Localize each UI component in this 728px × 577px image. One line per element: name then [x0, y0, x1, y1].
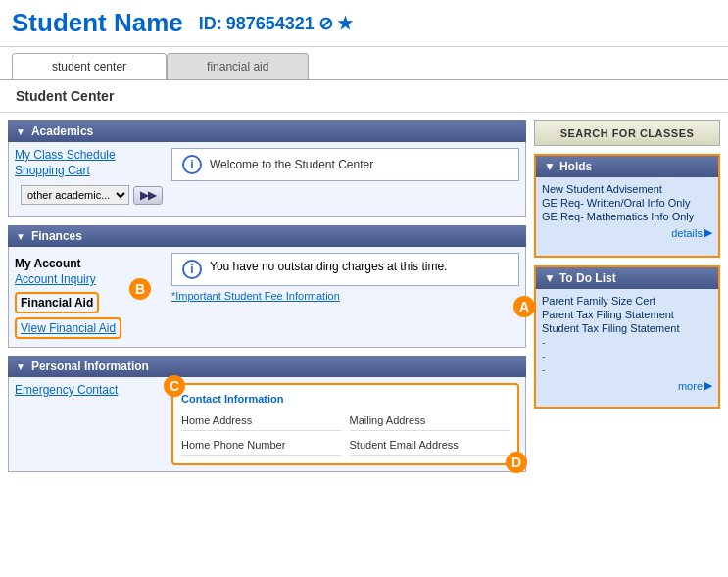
finances-arrow: ▼: [16, 231, 25, 242]
academics-left: My Class Schedule Shopping Cart other ac…: [9, 142, 166, 216]
holds-item-3: GE Req- Mathematics Info Only: [542, 211, 712, 222]
todo-dash-2: -: [542, 350, 712, 361]
finances-left: My Account Account Inquiry Financial Aid…: [9, 247, 166, 347]
holds-header: ▼ Holds: [536, 156, 718, 177]
holds-section: ▼ Holds New Student Advisement GE Req- W…: [534, 154, 720, 258]
todo-title: To Do List: [559, 271, 616, 285]
todo-dash-3: -: [542, 363, 712, 375]
personal-arrow: ▼: [16, 361, 25, 372]
academics-body: My Class Schedule Shopping Cart other ac…: [8, 142, 526, 217]
academics-arrow: ▼: [16, 126, 25, 137]
academics-right: i Welcome to the Student Center: [166, 142, 525, 187]
todo-arrow: ▼: [544, 271, 556, 285]
my-account-label: My Account: [15, 257, 160, 270]
student-id-value: 987654321: [226, 14, 315, 33]
holds-item-1: New Student Advisement: [542, 183, 712, 195]
welcome-message: Welcome to the Student Center: [210, 158, 373, 171]
todo-dash-1: -: [542, 336, 712, 348]
todo-header: ▼ To Do List: [536, 267, 718, 289]
header: Student Name ID: 987654321⊘★: [0, 0, 728, 47]
home-phone-label: Home Phone Number: [181, 435, 342, 456]
annotation-a: A: [513, 296, 535, 317]
no-charges-box: i You have no outstanding charges at thi…: [171, 253, 519, 286]
todo-body: Parent Family Size Cert Parent Tax Filin…: [536, 289, 718, 407]
info-icon: i: [182, 155, 202, 174]
other-academic-dropdown[interactable]: other academic...: [21, 185, 129, 205]
more-label: more: [678, 380, 703, 392]
contact-info-title: Contact Information: [181, 393, 510, 405]
tab-financial-aid[interactable]: financial aid: [167, 53, 309, 79]
finances-body: My Account Account Inquiry Financial Aid…: [8, 247, 526, 348]
personal-body: Emergency Contact Contact Information Ho…: [8, 377, 526, 472]
holds-item-2: GE Req- Written/Oral Info Only: [542, 197, 712, 209]
annotation-d: D: [506, 452, 527, 473]
student-id-container: ID: 987654321⊘★: [199, 13, 353, 34]
id-label: ID:: [199, 14, 222, 33]
financial-aid-label: Financial Aid: [15, 292, 99, 313]
student-name: Student Name: [12, 8, 183, 38]
finances-title: Finances: [31, 229, 82, 243]
todo-item-1: Parent Family Size Cert: [542, 295, 712, 307]
page-title: Student Center: [0, 80, 728, 113]
shopping-cart-link[interactable]: Shopping Cart: [15, 164, 160, 177]
view-financial-aid-link[interactable]: View Financial Aid: [15, 317, 121, 339]
finance-info-row: i You have no outstanding charges at thi…: [182, 260, 509, 279]
finances-right: i You have no outstanding charges at thi…: [166, 247, 525, 308]
details-label: details: [671, 227, 703, 239]
mailing-address-label: Mailing Address: [350, 410, 510, 431]
holds-body: New Student Advisement GE Req- Written/O…: [536, 177, 718, 256]
academics-header: ▼ Academics: [8, 120, 526, 142]
left-column: ▼ Academics My Class Schedule Shopping C…: [8, 120, 526, 480]
welcome-info-box: i Welcome to the Student Center: [171, 148, 519, 181]
fee-info-link[interactable]: *Important Student Fee Information: [171, 290, 519, 302]
contact-grid: Home Address Mailing Address Home Phone …: [181, 410, 510, 456]
my-class-schedule-link[interactable]: My Class Schedule: [15, 148, 160, 162]
finances-header: ▼ Finances: [8, 225, 526, 247]
info-icon-2: i: [182, 260, 202, 279]
no-charges-message: You have no outstanding charges at this …: [210, 260, 447, 273]
search-for-classes-button[interactable]: Search For Classes: [534, 120, 720, 146]
annotation-c: C: [164, 375, 185, 397]
more-link[interactable]: more ▶: [542, 379, 712, 392]
finances-section: ▼ Finances My Account Account Inquiry Fi…: [8, 225, 526, 348]
todo-item-3: Student Tax Filing Statement: [542, 322, 712, 334]
personal-title: Personal Information: [31, 360, 149, 373]
details-link[interactable]: details ▶: [542, 226, 712, 239]
holds-title: Holds: [559, 160, 592, 173]
todo-item-2: Parent Tax Filing Statement: [542, 309, 712, 320]
personal-left: Emergency Contact: [9, 377, 166, 405]
star-icon[interactable]: ★: [337, 14, 353, 33]
go-button[interactable]: ▶▶: [133, 186, 163, 205]
academics-section: ▼ Academics My Class Schedule Shopping C…: [8, 120, 526, 217]
personal-header: ▼ Personal Information: [8, 356, 526, 377]
dropdown-row: other academic... ▶▶: [15, 179, 160, 211]
right-column: Search For Classes ▼ Holds New Student A…: [534, 120, 720, 480]
personal-section: ▼ Personal Information Emergency Contact…: [8, 356, 526, 472]
academics-title: Academics: [31, 124, 93, 138]
more-arrow-icon: ▶: [704, 379, 712, 392]
personal-right: Contact Information Home Address Mailing…: [166, 377, 525, 471]
holds-arrow: ▼: [544, 160, 556, 173]
todo-section: ▼ To Do List Parent Family Size Cert Par…: [534, 265, 720, 409]
student-email-label: Student Email Address: [350, 435, 510, 456]
home-address-label: Home Address: [181, 410, 342, 431]
tab-student-center[interactable]: student center: [12, 53, 167, 79]
main-layout: ▼ Academics My Class Schedule Shopping C…: [0, 113, 728, 488]
annotation-b: B: [129, 278, 151, 300]
emergency-contact-link[interactable]: Emergency Contact: [15, 383, 160, 397]
no-icon[interactable]: ⊘: [318, 14, 333, 33]
contact-info-box: Contact Information Home Address Mailing…: [171, 383, 519, 465]
details-arrow-icon: ▶: [704, 226, 712, 239]
tab-bar: student center financial aid: [0, 47, 728, 80]
